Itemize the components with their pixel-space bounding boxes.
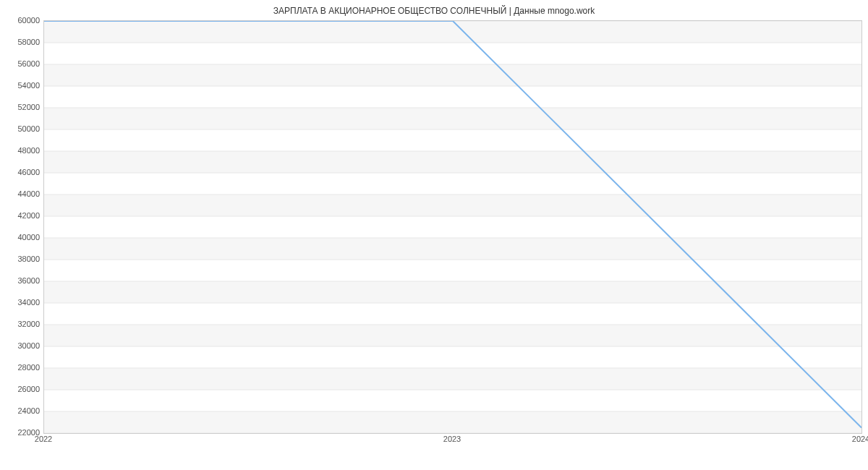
y-tick-label: 60000 [0,16,40,25]
plot-area [43,20,862,434]
y-tick-label: 32000 [0,320,40,328]
y-tick-label: 38000 [0,255,40,263]
y-tick-label: 24000 [0,406,40,415]
svg-rect-17 [44,43,861,64]
y-tick-label: 40000 [0,233,40,242]
svg-rect-6 [44,281,861,303]
y-tick-label: 26000 [0,385,40,393]
svg-rect-3 [44,346,861,368]
svg-rect-12 [44,151,861,173]
svg-rect-16 [44,64,861,86]
y-tick-label: 50000 [0,124,40,133]
svg-rect-8 [44,238,861,260]
y-tick-label: 46000 [0,168,40,176]
svg-rect-18 [44,21,861,43]
y-tick-label: 28000 [0,363,40,372]
chart-title: ЗАРПЛАТА В АКЦИОНАРНОЕ ОБЩЕСТВО СОЛНЕЧНЫ… [0,6,868,16]
svg-rect-15 [44,86,861,108]
y-tick-label: 30000 [0,341,40,350]
svg-rect-2 [44,368,861,390]
x-tick-label: 2022 [35,435,52,443]
plot-svg [44,21,861,433]
y-tick-label: 44000 [0,189,40,198]
y-tick-label: 34000 [0,298,40,307]
svg-rect-11 [44,173,861,195]
x-tick-label: 2023 [443,435,461,443]
svg-rect-4 [44,325,861,346]
svg-rect-7 [44,260,861,281]
y-tick-label: 56000 [0,59,40,68]
y-tick-label: 42000 [0,211,40,220]
chart-container: ЗАРПЛАТА В АКЦИОНАРНОЕ ОБЩЕСТВО СОЛНЕЧНЫ… [0,0,868,470]
svg-rect-14 [44,108,861,129]
svg-rect-10 [44,195,861,216]
svg-rect-0 [44,411,861,433]
y-tick-label: 48000 [0,146,40,155]
y-tick-label: 54000 [0,81,40,90]
svg-rect-1 [44,390,861,411]
y-tick-label: 58000 [0,38,40,46]
svg-rect-9 [44,216,861,238]
y-tick-label: 22000 [0,428,40,437]
y-tick-label: 36000 [0,276,40,285]
y-tick-label: 52000 [0,103,40,111]
x-tick-label: 2024 [852,435,868,443]
svg-rect-13 [44,129,861,151]
